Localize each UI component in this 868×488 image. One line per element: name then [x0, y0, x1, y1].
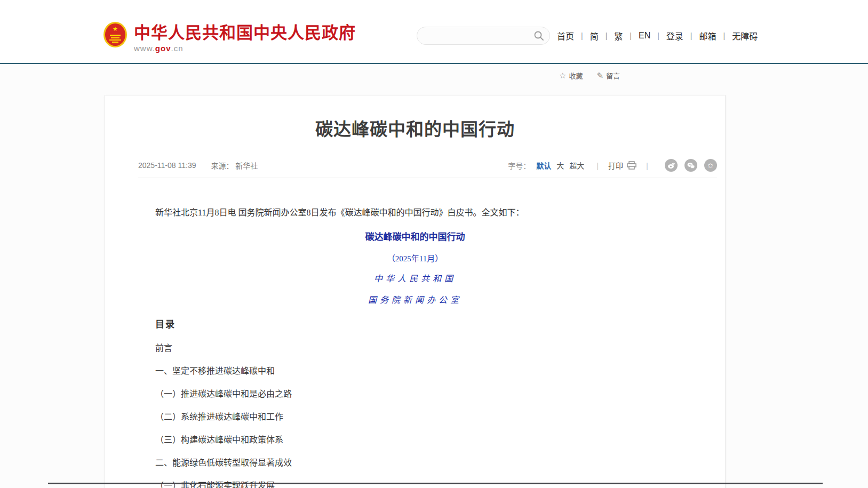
meta-divider [138, 178, 717, 178]
toc-heading: 目录 [155, 318, 725, 331]
font-size-label: 字号： [508, 160, 530, 171]
top-nav: 首页| 简| 繁| EN| 登录| 邮箱| 无障碍 [557, 29, 765, 42]
nav-login[interactable]: 登录 [659, 29, 690, 42]
nav-home[interactable]: 首页 [557, 29, 581, 42]
weibo-share-icon[interactable] [665, 159, 678, 172]
source-value: 新华社 [235, 162, 258, 170]
printer-icon [627, 161, 636, 170]
meta-separator: | [596, 161, 599, 170]
article-meta-row: 2025-11-08 11:39 来源： 新华社 字号： 默认 大 超大 | 打… [105, 158, 725, 172]
site-url-gov: gov [155, 44, 171, 53]
nav-simplified[interactable]: 简 [583, 29, 606, 42]
comment-label: 留言 [606, 70, 620, 81]
article-card: 碳达峰碳中和的中国行动 2025-11-08 11:39 来源： 新华社 字号：… [105, 95, 726, 488]
favorite-label: 收藏 [569, 70, 583, 81]
meta-separator: | [646, 161, 648, 170]
article-meta-left: 2025-11-08 11:39 来源： 新华社 [138, 160, 258, 171]
print-label: 打印 [608, 160, 623, 171]
search-input[interactable] [417, 28, 533, 43]
nav-mail[interactable]: 邮箱 [692, 29, 723, 42]
comment-button[interactable]: ✎ 留言 [596, 70, 620, 81]
toc-item: 二、能源绿色低碳转型取得显著成效 [155, 457, 725, 469]
article-source: 来源： 新华社 [211, 160, 258, 171]
article-meta-right: 字号： 默认 大 超大 | 打印 | [508, 159, 717, 172]
favorite-star-icon: ☆ [559, 71, 566, 81]
share-icons: ✩ [658, 159, 717, 172]
toc-item: （一）推进碳达峰碳中和是必由之路 [155, 388, 725, 400]
site-url-suffix: .cn [171, 44, 184, 53]
site-title-block: 中华人民共和国中央人民政府 www.gov.cn [134, 21, 356, 53]
favorite-share-icon[interactable]: ✩ [704, 159, 717, 172]
nav-accessibility[interactable]: 无障碍 [725, 29, 765, 42]
source-label: 来源： [211, 162, 233, 170]
doc-title: 碳达峰碳中和的中国行动 [105, 231, 725, 244]
nav-traditional[interactable]: 繁 [607, 29, 630, 42]
national-emblem-icon: ★ [103, 21, 128, 49]
article-title: 碳达峰碳中和的中国行动 [105, 118, 725, 141]
article-toolbar: ☆ 收藏 ✎ 留言 [559, 70, 634, 81]
comment-pencil-icon: ✎ [596, 71, 603, 81]
toc-item: （三）构建碳达峰碳中和政策体系 [155, 434, 725, 446]
site-url-prefix: www. [134, 44, 155, 53]
font-size-default[interactable]: 默认 [536, 160, 551, 171]
doc-org-line1: 中华人民共和国 [105, 273, 725, 285]
search-icon[interactable] [533, 30, 544, 41]
article-date: 2025-11-08 11:39 [138, 161, 196, 170]
nav-english[interactable]: EN [632, 31, 657, 41]
site-logo[interactable]: ★ 中华人民共和国中央人民政府 www.gov.cn [103, 21, 356, 53]
site-url: www.gov.cn [134, 44, 356, 53]
font-size-large[interactable]: 大 [556, 160, 564, 171]
search-bar [417, 27, 550, 45]
article-body: 新华社北京11月8日电 国务院新闻办公室8日发布《碳达峰碳中和的中国行动》白皮书… [105, 207, 725, 488]
lead-paragraph: 新华社北京11月8日电 国务院新闻办公室8日发布《碳达峰碳中和的中国行动》白皮书… [155, 207, 677, 218]
doc-date: （2025年11月） [105, 253, 725, 265]
favorite-button[interactable]: ☆ 收藏 [559, 70, 583, 81]
svg-text:★: ★ [113, 26, 118, 32]
font-size-xlarge[interactable]: 超大 [569, 160, 584, 171]
toc-item: （二）系统推进碳达峰碳中和工作 [155, 411, 725, 423]
toc-item: 一、坚定不移推进碳达峰碳中和 [155, 365, 725, 377]
bottom-divider [48, 483, 823, 484]
doc-org-line2: 国务院新闻办公室 [105, 294, 725, 307]
toc-item: 前言 [155, 342, 725, 354]
print-button[interactable]: 打印 [608, 160, 636, 171]
wechat-share-icon[interactable] [684, 159, 697, 172]
site-title: 中华人民共和国中央人民政府 [134, 23, 356, 43]
site-header: ★ 中华人民共和国中央人民政府 www.gov.cn 首页| 简| 繁| EN|… [0, 0, 868, 64]
